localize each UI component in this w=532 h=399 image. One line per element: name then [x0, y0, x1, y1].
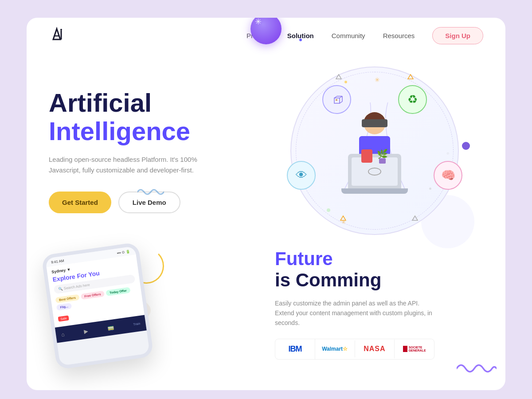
tag-best-offers[interactable]: Best Offers [55, 294, 79, 303]
future-description: Easily customize the admin panel as well… [275, 298, 434, 328]
plant-pot [379, 158, 386, 164]
hero-title-line2: Intelligence [49, 117, 266, 145]
wavy-purple-decoration [457, 362, 497, 377]
future-title: Future is Comming [275, 248, 483, 291]
person-head [364, 112, 386, 134]
phone-nav-home: ⌂ [61, 331, 65, 338]
partner-logos: IBM Walmart☆ NASA SOCIETEGENERALE [275, 339, 434, 360]
svg-point-3 [60, 29, 62, 31]
logo-icon [49, 26, 65, 45]
plant: 🌿 [377, 148, 388, 164]
nasa-logo: NASA [355, 340, 395, 358]
wavy-blue-decoration [137, 184, 164, 200]
hero-title-line1: Artificial [49, 89, 266, 117]
hero-illustration: ✳ ✳ ○ 👁 [266, 62, 483, 235]
phone-nav-play: ▶ [83, 328, 88, 334]
tag-free-offers[interactable]: Free Offers [81, 291, 105, 300]
person-vr-headset [362, 119, 387, 127]
tag-flights[interactable]: Flig... [56, 303, 72, 311]
sale-badge: Sale [58, 315, 69, 321]
hero-description: Leading open-source headless Platform. I… [49, 154, 200, 176]
person-illustration: 🌿 [348, 112, 401, 189]
plant-leaves: 🌿 [377, 149, 388, 159]
hero-section: Artificial Intelligence Leading open-sou… [27, 53, 505, 235]
phone-mockup: 9:41 AM ▪▪▪ ⊙ 🔋 Sydney ▼ Explore For You… [41, 242, 154, 370]
purple-dot-decoration [462, 142, 470, 150]
hero-content: Artificial Intelligence Leading open-sou… [49, 62, 266, 235]
laptop-screen [352, 157, 398, 186]
walmart-logo: Walmart☆ [315, 340, 355, 357]
nav-community[interactable]: Community [332, 32, 365, 39]
get-started-button[interactable]: Get Started [49, 192, 111, 213]
main-card: Product Solution Community Resources Sig… [27, 18, 505, 390]
phone-section: 9:41 AM ▪▪▪ ⊙ 🔋 Sydney ▼ Explore For You… [49, 239, 257, 364]
svg-marker-0 [53, 29, 60, 39]
phone-nav-train: 🚃 [107, 324, 114, 331]
nav-resources[interactable]: Resources [383, 32, 415, 39]
tag-today-offer[interactable]: Today Offer [106, 287, 130, 296]
nav-solution[interactable]: Solution [287, 32, 314, 39]
phone-nav-label: Train [133, 322, 141, 326]
societe-generale-logo: SOCIETEGENERALE [395, 340, 434, 358]
phone-icons: ▪▪▪ ⊙ 🔋 [117, 250, 130, 255]
bottom-section: 9:41 AM ▪▪▪ ⊙ 🔋 Sydney ▼ Explore For You… [27, 239, 505, 364]
phone-time: 9:41 AM [51, 259, 64, 265]
laptop-oval [368, 168, 381, 176]
hero-circle: ✳ ✳ ○ 👁 [290, 66, 459, 235]
signup-button[interactable]: Sign Up [432, 27, 483, 44]
future-section: Future is Comming Easily customize the a… [257, 239, 483, 364]
ibm-logo: IBM [275, 339, 315, 359]
logo[interactable] [49, 26, 65, 45]
laptop [348, 154, 401, 189]
coffee-mug [361, 149, 372, 163]
